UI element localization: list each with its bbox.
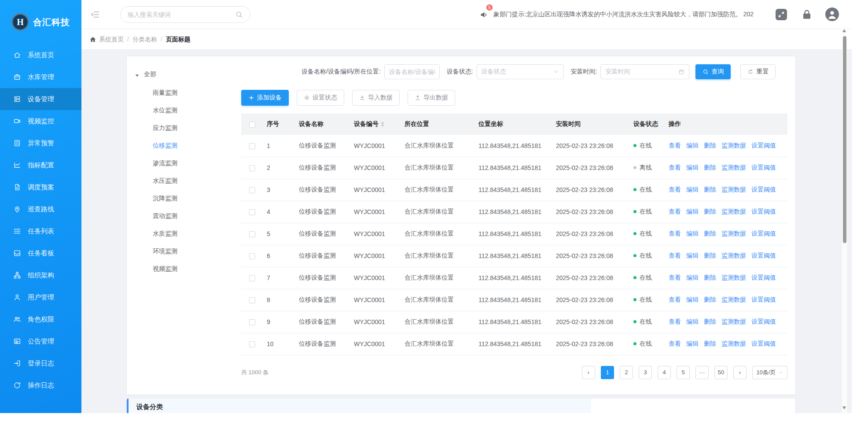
op-link[interactable]: 删除 [704,252,716,259]
op-link[interactable]: 设置阈值 [751,252,776,259]
op-link[interactable]: 查看 [669,296,681,303]
tree-item[interactable]: 沉降监测 [135,189,241,207]
keyword-filter-input[interactable] [384,64,440,79]
pagination-page-button[interactable]: 50 [714,366,728,379]
row-checkbox[interactable] [249,187,255,193]
sidebar-item-plan-document[interactable]: 调度预案 [0,176,81,198]
set-status-button[interactable]: 设置状态 [297,90,344,106]
tree-item[interactable]: 水质监测 [135,225,241,242]
import-data-button[interactable]: 导入数据 [352,90,400,106]
op-link[interactable]: 设置阈值 [751,296,776,303]
home-icon[interactable] [89,36,96,43]
tree-root-item[interactable]: 全部 [135,69,241,80]
op-link[interactable]: 删除 [704,142,716,149]
op-link[interactable]: 监测数据 [721,186,746,193]
op-link[interactable]: 编辑 [686,230,699,237]
op-link[interactable]: 查看 [669,252,681,259]
sidebar-item-metric-chart[interactable]: 指标配置 [0,154,81,176]
sidebar-item-task-board[interactable]: 任务看板 [0,242,81,264]
global-search-input[interactable] [128,11,235,18]
op-link[interactable]: 编辑 [686,142,699,149]
op-link[interactable]: 查看 [669,142,681,149]
sidebar-item-announcement[interactable]: 公告管理 [0,330,81,352]
op-link[interactable]: 设置阈值 [751,164,776,171]
tree-item[interactable]: 水压监测 [135,172,241,189]
op-link[interactable]: 删除 [704,340,716,347]
sidebar-item-home[interactable]: 系统首页 [0,44,81,66]
row-checkbox[interactable] [249,231,255,237]
pagination-prev-button[interactable]: ‹ [582,366,595,379]
op-link[interactable]: 设置阈值 [751,208,776,215]
select-all-checkbox[interactable] [249,122,255,128]
op-link[interactable]: 查看 [669,208,681,215]
pagination-page-button[interactable]: 3 [639,366,652,379]
breadcrumb-item[interactable]: 分类名称 [132,36,157,43]
row-checkbox[interactable] [249,165,255,171]
sidebar-item-history[interactable]: 操作日志 [0,374,81,396]
op-link[interactable]: 设置阈值 [751,230,776,237]
op-link[interactable]: 设置阈值 [751,340,776,347]
pagination-next-button[interactable]: › [733,366,747,379]
op-link[interactable]: 编辑 [686,252,699,259]
sort-icon[interactable] [381,122,384,127]
tree-item[interactable]: 水位监测 [135,101,241,119]
sidebar-item-user[interactable]: 用户管理 [0,286,81,308]
op-link[interactable]: 查看 [669,340,681,347]
op-link[interactable]: 删除 [704,164,716,171]
row-checkbox[interactable] [249,275,255,281]
tree-item[interactable]: 位移监测 [135,137,241,154]
sidebar-item-user-group[interactable]: 角色权限 [0,308,81,330]
op-link[interactable]: 删除 [704,274,716,281]
op-link[interactable]: 删除 [704,186,716,193]
sidebar-item-alert-panel[interactable]: 异常预警 [0,132,81,154]
reset-button[interactable]: 重置 [740,64,776,79]
op-link[interactable]: 删除 [704,296,716,303]
op-link[interactable]: 监测数据 [721,296,746,303]
pagination-page-button[interactable]: 2 [620,366,633,379]
row-checkbox[interactable] [249,341,255,347]
sidebar-item-device[interactable]: 设备管理 [0,88,81,110]
op-link[interactable]: 查看 [669,230,681,237]
op-link[interactable]: 编辑 [686,318,699,325]
op-link[interactable]: 查看 [669,164,681,171]
export-data-button[interactable]: 导出数据 [408,90,455,106]
op-link[interactable]: 监测数据 [721,340,746,347]
sidebar-item-video-camera[interactable]: 视频监控 [0,110,81,132]
vertical-scrollbar[interactable] [842,26,847,413]
query-button[interactable]: 查询 [695,64,731,79]
pagination-page-button[interactable]: 1 [601,366,614,379]
op-link[interactable]: 删除 [704,318,716,325]
scroll-up-arrow-icon[interactable] [842,29,846,32]
tree-item[interactable]: 应力监测 [135,119,241,137]
sidebar-item-route-pin[interactable]: 巡查路线 [0,198,81,220]
op-link[interactable]: 监测数据 [721,142,746,149]
tree-item[interactable]: 渗流监测 [135,154,241,172]
op-link[interactable]: 编辑 [686,186,699,193]
op-link[interactable]: 监测数据 [721,318,746,325]
sidebar-item-reservoir[interactable]: 水库管理 [0,66,81,88]
pagination-ellipsis-button[interactable]: ··· [695,366,709,379]
tree-item[interactable]: 环境监测 [135,242,241,260]
fullscreen-icon[interactable] [776,9,787,20]
tree-item[interactable]: 视频监测 [135,260,241,277]
scroll-down-arrow-icon[interactable] [842,406,846,410]
op-link[interactable]: 设置阈值 [751,142,776,149]
op-link[interactable]: 编辑 [686,274,699,281]
op-link[interactable]: 监测数据 [721,164,746,171]
pagination-page-button[interactable]: 4 [658,366,671,379]
row-checkbox[interactable] [249,297,255,303]
row-checkbox[interactable] [249,209,255,215]
sidebar-item-login-arrow[interactable]: 登录日志 [0,352,81,374]
scrollbar-thumb[interactable] [843,36,846,243]
tree-item[interactable]: 雨量监测 [135,84,241,101]
tree-item[interactable]: 震动监测 [135,207,241,225]
op-link[interactable]: 编辑 [686,296,699,303]
page-size-select[interactable]: 10条/页 [752,366,787,379]
user-avatar[interactable] [825,7,839,21]
op-link[interactable]: 编辑 [686,164,699,171]
op-link[interactable]: 查看 [669,186,681,193]
add-device-button[interactable]: 添加设备 [241,90,289,106]
op-link[interactable]: 删除 [704,208,716,215]
op-link[interactable]: 监测数据 [721,208,746,215]
search-icon[interactable] [235,11,243,18]
